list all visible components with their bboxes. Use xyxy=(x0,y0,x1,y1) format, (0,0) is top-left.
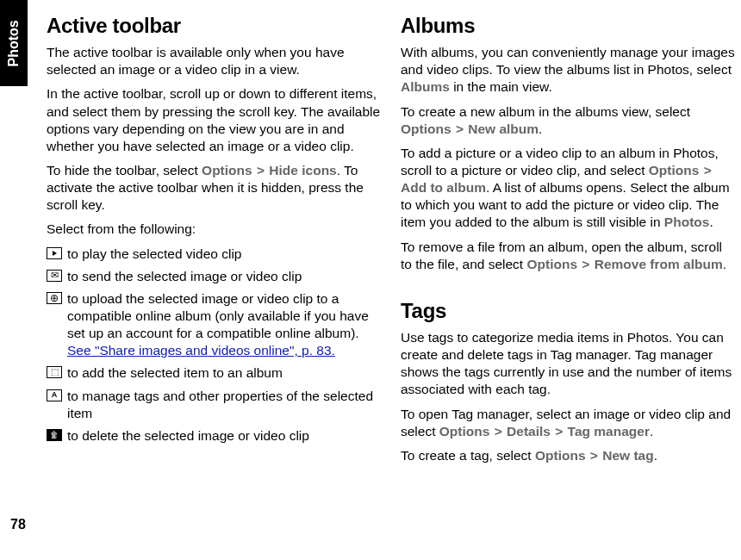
upload-icon xyxy=(47,292,62,304)
album-icon xyxy=(47,366,62,378)
ui-path-albums: Albums xyxy=(401,79,450,94)
toolbar-item-label: to upload the selected image or video cl… xyxy=(67,290,382,360)
breadcrumb-separator: > xyxy=(494,424,503,439)
ui-path-hide-icons: Hide icons xyxy=(269,163,336,177)
breadcrumb-separator: > xyxy=(455,121,464,136)
para: To hide the toolbar, select Options > Hi… xyxy=(47,162,382,214)
page-body: Active toolbar The active toolbar is ava… xyxy=(0,0,741,560)
ui-path-options: Options xyxy=(535,448,586,463)
breadcrumb-separator: > xyxy=(589,448,599,463)
toolbar-item-label: to manage tags and other properties of t… xyxy=(67,388,382,422)
toolbar-item-upload: to upload the selected image or video cl… xyxy=(47,290,382,360)
para: The active toolbar is available only whe… xyxy=(47,44,382,78)
send-icon xyxy=(47,270,62,282)
play-icon xyxy=(47,247,62,259)
breadcrumb-separator: > xyxy=(581,257,590,271)
ui-path-options: Options xyxy=(439,424,490,439)
breadcrumb-separator: > xyxy=(554,424,564,439)
ui-path-remove-from-album: Remove from album xyxy=(595,257,723,271)
ui-path-add-to-album: Add to album xyxy=(401,180,486,195)
toolbar-item-delete: to delete the selected image or video cl… xyxy=(47,427,382,445)
toolbar-item-label: to add the selected item to an album xyxy=(67,364,283,382)
para: In the active toolbar, scroll up or down… xyxy=(47,85,382,155)
ui-path-tag-manager: Tag manager xyxy=(568,424,650,439)
breadcrumb-separator: > xyxy=(256,163,265,177)
ui-path-options: Options xyxy=(401,121,451,136)
toolbar-item-label: to play the selected video clip xyxy=(67,246,241,263)
toolbar-item-play: to play the selected video clip xyxy=(47,246,382,263)
ui-path-options: Options xyxy=(526,257,577,271)
para: To create a new album in the albums view… xyxy=(401,103,736,138)
heading-tags: Tags xyxy=(401,297,736,324)
para: To create a tag, select Options > New ta… xyxy=(401,447,736,464)
column-right: Albums With albums, you can conveniently… xyxy=(401,9,736,560)
toolbar-item-label: to delete the selected image or video cl… xyxy=(67,427,309,445)
ui-path-new-album: New album xyxy=(468,121,539,136)
heading-albums: Albums xyxy=(401,12,736,39)
tag-icon xyxy=(47,389,62,401)
toolbar-item-send: to send the selected image or video clip xyxy=(47,268,382,285)
ui-path-options: Options xyxy=(202,163,252,177)
toolbar-item-album: to add the selected item to an album xyxy=(47,364,382,382)
toolbar-item-label: to send the selected image or video clip xyxy=(67,268,302,285)
page-number: 78 xyxy=(10,516,26,534)
ui-path-new-tag: New tag xyxy=(602,448,653,463)
ui-path-details: Details xyxy=(507,424,551,439)
para: To open Tag manager, select an image or … xyxy=(401,406,736,440)
para: Use tags to categorize media items in Ph… xyxy=(401,329,736,399)
section-tab-label: Photos xyxy=(5,20,23,66)
breadcrumb-separator: > xyxy=(703,163,713,177)
section-tab-photos: Photos xyxy=(0,0,28,86)
toolbar-item-tags: to manage tags and other properties of t… xyxy=(47,388,382,422)
ui-path-photos: Photos xyxy=(664,215,710,229)
para: To remove a file from an album, open the… xyxy=(401,239,736,273)
para: Select from the following: xyxy=(47,221,382,238)
para: With albums, you can conveniently manage… xyxy=(401,44,736,96)
column-left: Active toolbar The active toolbar is ava… xyxy=(47,9,382,560)
para: To add a picture or a video clip to an a… xyxy=(401,145,736,232)
heading-active-toolbar: Active toolbar xyxy=(47,12,382,39)
ui-path-options: Options xyxy=(649,163,700,177)
link-share-online[interactable]: See "Share images and videos online", p.… xyxy=(67,343,335,358)
delete-icon xyxy=(47,429,62,441)
